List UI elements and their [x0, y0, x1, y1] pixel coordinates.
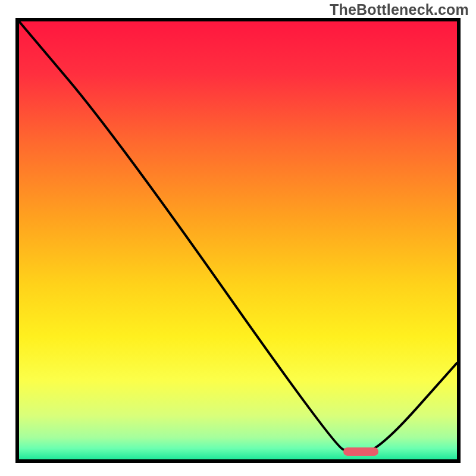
background-gradient	[19, 21, 457, 459]
plot-area	[19, 21, 457, 459]
optimal-marker	[343, 447, 378, 456]
watermark-text: TheBottleneck.com	[330, 1, 469, 18]
chart-container: TheBottleneck.com	[0, 0, 476, 476]
svg-rect-0	[19, 21, 457, 459]
plot-frame	[15, 18, 461, 463]
